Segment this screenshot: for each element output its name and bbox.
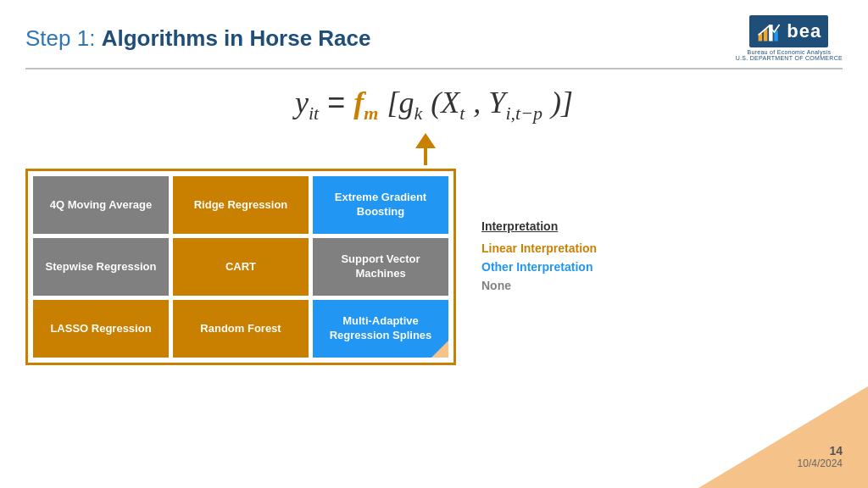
formula-equals: = xyxy=(327,85,353,119)
legend-none: None xyxy=(481,279,634,292)
formula-fm: f xyxy=(353,86,364,119)
page-number: 14 xyxy=(798,444,843,458)
formula-comma-y: , Y xyxy=(473,86,505,119)
formula-itp: i,t−p xyxy=(505,103,542,124)
formula-it: it xyxy=(309,103,319,124)
legend: Interpretation Linear Interpretation Oth… xyxy=(481,169,634,365)
formula-close: )] xyxy=(551,86,573,119)
cell-stepwise-regression: Stepwise Regression xyxy=(33,238,169,296)
cell-ridge-regression: Ridge Regression xyxy=(173,176,309,234)
logo-text: bea xyxy=(787,20,821,42)
formula-bracket-open: [g xyxy=(387,86,414,119)
header: Step 1: Algorithms in Horse Race bea Bur… xyxy=(0,0,868,68)
algorithm-grid: 4Q Moving Average Ridge Regression Extre… xyxy=(33,176,448,358)
algorithm-grid-wrapper: 4Q Moving Average Ridge Regression Extre… xyxy=(25,169,456,365)
logo-line1: Bureau of Economic Analysis xyxy=(736,49,843,55)
logo-area: bea Bureau of Economic Analysis U.S. DEP… xyxy=(736,15,843,61)
cell-4q-moving-average: 4Q Moving Average xyxy=(33,176,169,234)
bottom-decoration xyxy=(698,386,868,488)
cell-support-vector-machines: Support Vector Machines xyxy=(313,238,448,296)
cell-extreme-gradient-boosting: Extreme Gradient Boosting xyxy=(313,176,448,234)
formula-y: y xyxy=(295,86,309,119)
cell-lasso-regression: LASSO Regression xyxy=(33,300,169,358)
formula-paren: (X xyxy=(431,86,459,119)
logo-line2: U.S. DEPARTMENT OF COMMERCE xyxy=(736,55,843,61)
page-number-area: 14 10/4/2024 xyxy=(798,444,843,469)
cell-mars: Multi-Adaptive Regression Splines xyxy=(313,300,448,358)
main-content: 4Q Moving Average Ridge Regression Extre… xyxy=(0,169,868,365)
grid-border: 4Q Moving Average Ridge Regression Extre… xyxy=(25,169,456,365)
legend-linear: Linear Interpretation xyxy=(481,241,634,255)
logo-subtitle: Bureau of Economic Analysis U.S. DEPARTM… xyxy=(736,49,843,61)
page-title: Step 1: Algorithms in Horse Race xyxy=(25,25,370,52)
title-bold: Algorithms in Horse Race xyxy=(102,25,371,51)
legend-title: Interpretation xyxy=(481,219,634,233)
formula-display: yit = fm [gk (Xt , Yi,t−p )] xyxy=(0,85,868,125)
formula-m: m xyxy=(364,103,378,124)
formula-arrow-head xyxy=(415,133,436,148)
formula-t: t xyxy=(459,103,465,124)
cell-cart: CART xyxy=(173,238,309,296)
logo-box: bea xyxy=(749,15,828,47)
formula-k: k xyxy=(414,103,422,124)
header-divider xyxy=(25,68,843,69)
page-date: 10/4/2024 xyxy=(798,458,843,469)
legend-other: Other Interpretation xyxy=(481,260,634,274)
formula-arrow-stem xyxy=(424,148,427,165)
cell-random-forest: Random Forest xyxy=(173,300,309,358)
title-prefix: Step 1: xyxy=(25,25,102,51)
bea-logo-icon xyxy=(756,19,783,43)
